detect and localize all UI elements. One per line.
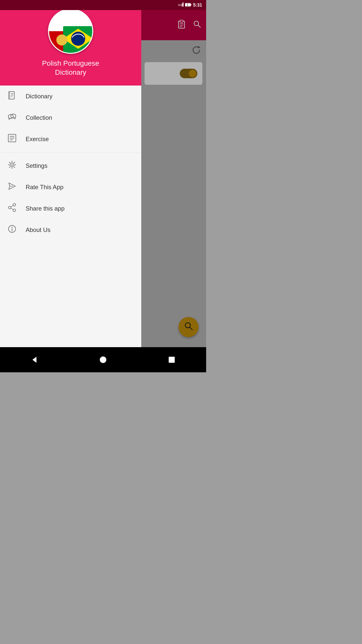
home-button[interactable]	[96, 352, 111, 367]
svg-line-47	[11, 208, 13, 210]
book-icon	[8, 91, 17, 101]
info-icon	[8, 225, 17, 235]
menu-item-share[interactable]: Share this app	[0, 198, 141, 219]
svg-point-40	[10, 163, 14, 167]
battery-icon	[185, 3, 192, 8]
app-title: Polish Portuguese Dictionary	[42, 59, 99, 77]
status-icons: 4G 5:31	[178, 3, 202, 8]
signal-icon: 4G	[178, 3, 184, 8]
navigation-drawer: Polish Portuguese Dictionary Dictionary	[0, 0, 141, 372]
drawer-menu: Dictionary Collection	[0, 86, 141, 372]
bottom-nav	[0, 347, 206, 372]
svg-rect-29	[9, 92, 10, 99]
svg-rect-4	[191, 4, 191, 6]
svg-point-45	[13, 209, 16, 212]
about-label: About Us	[26, 226, 51, 233]
svg-text:4G: 4G	[178, 4, 182, 7]
svg-line-15	[198, 25, 200, 27]
chat-icon	[8, 112, 17, 123]
svg-point-26	[56, 34, 67, 46]
language-flags	[48, 9, 93, 54]
menu-item-settings[interactable]: Settings	[0, 155, 141, 176]
menu-item-about[interactable]: About Us	[0, 219, 141, 240]
time-display: 5:31	[193, 3, 202, 8]
title-line2: Dictionary	[55, 68, 86, 76]
svg-rect-53	[169, 357, 175, 363]
svg-line-46	[11, 206, 13, 207]
share-label: Share this app	[26, 205, 65, 212]
title-line1: Polish Portuguese	[42, 59, 99, 67]
gear-icon	[8, 160, 17, 171]
drawer-header: Polish Portuguese Dictionary	[0, 0, 141, 86]
menu-item-dictionary[interactable]: Dictionary	[0, 86, 141, 107]
settings-label: Settings	[26, 162, 48, 169]
svg-rect-10	[180, 20, 183, 22]
svg-rect-2	[183, 3, 184, 7]
list-icon	[8, 134, 17, 144]
share-icon	[8, 203, 17, 214]
svg-point-43	[13, 204, 16, 206]
exercise-label: Exercise	[26, 136, 49, 143]
recents-button[interactable]	[164, 352, 179, 367]
rate-label: Rate This App	[26, 184, 63, 191]
dictionary-label: Dictionary	[26, 93, 53, 100]
menu-item-rate[interactable]: Rate This App	[0, 176, 141, 198]
svg-point-44	[9, 206, 11, 209]
svg-point-39	[11, 164, 13, 166]
clipboard-icon[interactable]	[177, 20, 186, 31]
menu-divider	[0, 152, 141, 152]
drawer-overlay[interactable]	[141, 0, 206, 372]
back-button[interactable]	[27, 352, 42, 367]
svg-marker-51	[32, 357, 36, 363]
collection-label: Collection	[26, 114, 52, 121]
svg-point-50	[12, 227, 13, 228]
svg-point-52	[100, 356, 106, 363]
menu-item-exercise[interactable]: Exercise	[0, 128, 141, 150]
svg-rect-1	[182, 4, 183, 7]
search-icon[interactable]	[193, 20, 201, 30]
send-icon	[8, 182, 17, 192]
app-bar	[141, 10, 206, 40]
status-bar: 4G 5:31	[0, 0, 206, 10]
menu-item-collection[interactable]: Collection	[0, 107, 141, 128]
